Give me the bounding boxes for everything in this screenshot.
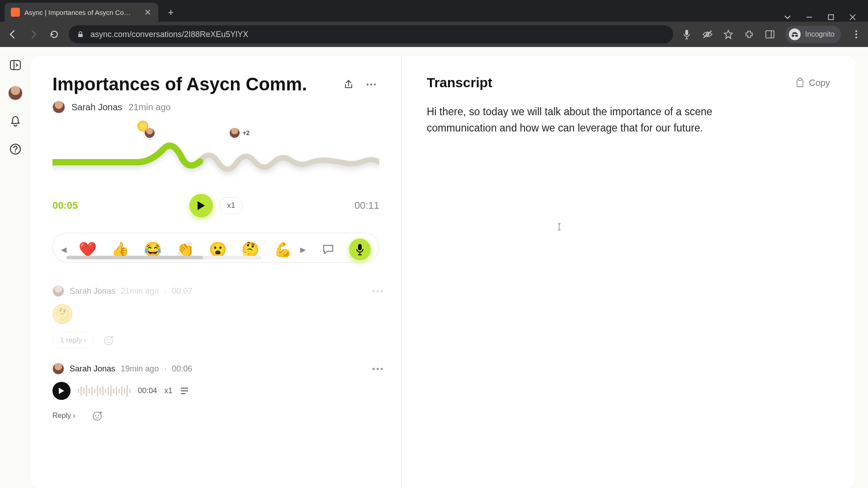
window-minimize-icon[interactable] bbox=[805, 13, 814, 22]
comment-header: Sarah Jonas 19min ago · 00:06 bbox=[52, 363, 383, 375]
author-avatar bbox=[52, 101, 65, 113]
bookmark-star-icon[interactable] bbox=[723, 29, 734, 40]
copy-label: Copy bbox=[809, 78, 830, 88]
svg-point-17 bbox=[367, 83, 368, 85]
conversation-pane: Importances of Asycn Comm. Sarah Jonas 2… bbox=[31, 56, 401, 488]
sidepanel-icon[interactable] bbox=[764, 29, 775, 40]
comment-emoji-icon: 🤔 bbox=[52, 304, 72, 324]
voice-search-icon[interactable] bbox=[681, 29, 692, 40]
comment-body: 00:04 x1 bbox=[52, 382, 383, 400]
browser-menu-icon[interactable] bbox=[851, 29, 862, 40]
toolbar-right: Incognito bbox=[681, 26, 862, 43]
tabs-dropdown-icon[interactable] bbox=[783, 13, 792, 22]
svg-point-9 bbox=[795, 35, 798, 37]
window-close-icon[interactable] bbox=[848, 13, 857, 22]
nav-reload-icon[interactable] bbox=[48, 28, 61, 41]
nav-forward-icon bbox=[27, 28, 40, 41]
comment-menu-icon[interactable] bbox=[373, 368, 383, 370]
left-rail bbox=[0, 47, 31, 488]
copy-transcript-button[interactable]: Copy bbox=[795, 78, 830, 88]
comment-footer: 1 reply › bbox=[52, 332, 383, 348]
comment-item: Sarah Jonas 19min ago · 00:06 bbox=[52, 356, 398, 431]
eye-off-icon[interactable] bbox=[702, 29, 713, 40]
replies-button[interactable]: 1 reply › bbox=[52, 332, 94, 348]
record-audio-comment-button[interactable] bbox=[349, 239, 371, 260]
reactions-scroll-right-icon[interactable]: ▶ bbox=[300, 245, 307, 254]
comment-sep: · bbox=[164, 286, 166, 296]
audio-reply-duration: 00:04 bbox=[138, 386, 157, 395]
toolbar: async.com/conversations/2I88ReXEu5YlYX bbox=[0, 22, 868, 47]
svg-rect-3 bbox=[685, 30, 688, 35]
audio-reply: 00:04 x1 bbox=[52, 382, 383, 400]
svg-point-27 bbox=[93, 412, 101, 420]
comment-header: Sarah Jonas 21min ago · 00:07 bbox=[52, 285, 383, 297]
reactions-scrollbar-thumb[interactable] bbox=[66, 256, 203, 259]
window-maximize-icon[interactable] bbox=[826, 13, 835, 22]
svg-point-29 bbox=[98, 415, 99, 416]
comment-avatar bbox=[52, 363, 64, 375]
clipboard-icon bbox=[795, 78, 804, 88]
svg-rect-13 bbox=[10, 61, 20, 70]
svg-rect-6 bbox=[766, 31, 774, 38]
audio-reply-waveform[interactable] bbox=[78, 385, 131, 397]
audio-transcript-icon[interactable] bbox=[180, 387, 189, 395]
comment-timestamp[interactable]: 00:07 bbox=[172, 286, 192, 296]
playback-speed-button[interactable]: x1 bbox=[219, 197, 243, 214]
svg-point-10 bbox=[855, 30, 857, 32]
audio-reply-speed[interactable]: x1 bbox=[165, 386, 173, 395]
transcript-title: Transcript bbox=[427, 75, 795, 90]
comments-list[interactable]: Sarah Jonas 21min ago · 00:07 🤔 1 reply … bbox=[31, 278, 401, 488]
transcript-body[interactable]: Hi there, so today we will talk about th… bbox=[427, 104, 734, 136]
comment-author: Sarah Jonas bbox=[70, 364, 115, 374]
comment-time: 19min ago bbox=[121, 364, 159, 374]
browser-tab[interactable]: Async | Importances of Asycn Co… bbox=[5, 3, 158, 22]
help-icon[interactable] bbox=[7, 141, 24, 157]
share-icon[interactable] bbox=[340, 76, 357, 93]
new-tab-button[interactable]: + bbox=[164, 5, 178, 20]
comment-sep: · bbox=[164, 364, 166, 374]
add-reaction-icon[interactable] bbox=[102, 333, 116, 347]
waveform[interactable]: +2 bbox=[52, 126, 379, 189]
add-text-comment-button[interactable] bbox=[317, 239, 339, 260]
play-button[interactable] bbox=[189, 194, 213, 217]
svg-point-11 bbox=[855, 33, 857, 35]
app: Importances of Asycn Comm. Sarah Jonas 2… bbox=[0, 47, 868, 488]
reactions-scrollbar[interactable] bbox=[66, 256, 261, 259]
comment-timestamp[interactable]: 00:06 bbox=[172, 364, 192, 374]
svg-point-28 bbox=[95, 415, 96, 416]
marker-plus-count: +2 bbox=[242, 129, 250, 136]
nav-back-icon[interactable] bbox=[6, 28, 19, 41]
incognito-label: Incognito bbox=[805, 30, 835, 38]
notifications-icon[interactable] bbox=[7, 113, 24, 129]
player-controls: 00:05 x1 00:11 bbox=[52, 194, 379, 217]
svg-point-21 bbox=[104, 337, 113, 345]
conversation-header: Importances of Asycn Comm. Sarah Jonas 2… bbox=[31, 56, 401, 263]
waveform-marker[interactable] bbox=[144, 127, 156, 139]
extensions-icon[interactable] bbox=[744, 29, 755, 40]
panel-toggle-icon[interactable] bbox=[7, 57, 24, 73]
more-menu-icon[interactable] bbox=[363, 76, 379, 93]
reactions-scroll-left-icon[interactable]: ◀ bbox=[61, 245, 68, 254]
current-time: 00:05 bbox=[52, 200, 78, 211]
audio-reply-play-button[interactable] bbox=[52, 382, 71, 400]
author-meta: Sarah Jonas 21min ago bbox=[52, 101, 379, 113]
waveform-marker[interactable]: +2 bbox=[229, 127, 250, 139]
address-bar[interactable]: async.com/conversations/2I88ReXEu5YlYX bbox=[69, 25, 673, 43]
rail-avatar[interactable] bbox=[7, 85, 24, 101]
tab-strip: Async | Importances of Asycn Co… + bbox=[0, 0, 868, 22]
svg-rect-2 bbox=[78, 34, 83, 37]
waveform-markers: +2 bbox=[52, 126, 379, 189]
add-reaction-icon[interactable] bbox=[91, 409, 104, 422]
incognito-badge[interactable]: Incognito bbox=[785, 26, 841, 43]
svg-point-19 bbox=[374, 83, 376, 85]
main-card: Importances of Asycn Comm. Sarah Jonas 2… bbox=[31, 56, 855, 488]
workspace: Importances of Asycn Comm. Sarah Jonas 2… bbox=[31, 47, 868, 488]
reply-label: Reply › bbox=[52, 412, 75, 420]
comment-menu-icon[interactable] bbox=[373, 290, 383, 292]
reply-button[interactable]: Reply › bbox=[52, 408, 83, 423]
reaction-flex[interactable]: 💪 bbox=[274, 240, 290, 259]
conversation-title: Importances of Asycn Comm. bbox=[52, 74, 334, 94]
transcript-header: Transcript Copy bbox=[427, 75, 830, 90]
tab-close-icon[interactable] bbox=[144, 8, 152, 16]
svg-point-16 bbox=[15, 151, 16, 153]
